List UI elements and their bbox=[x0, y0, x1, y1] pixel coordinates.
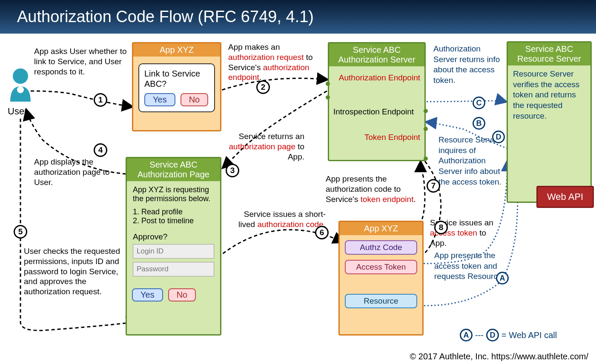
resource-pill: Resource bbox=[345, 294, 417, 308]
authorization-endpoint-label: Authorization Endpoint bbox=[329, 71, 424, 84]
res-server-body: Resource Server verifies the access toke… bbox=[508, 65, 590, 125]
svg-point-0 bbox=[13, 68, 28, 84]
page-title: Authorization Code Flow (RFC 6749, 4.1) bbox=[0, 0, 596, 34]
step-5: 5 bbox=[14, 225, 27, 239]
permission-2: Post to timeline bbox=[141, 216, 214, 225]
resource-server-box: Service ABC Resource Server Resource Ser… bbox=[507, 41, 592, 203]
authorization-page-box: Service ABC Authorization Page App XYZ i… bbox=[126, 157, 221, 336]
legend-d: D bbox=[486, 329, 499, 341]
approve-yes-button[interactable]: Yes bbox=[132, 288, 163, 301]
note-5: User checks the requested permissions, i… bbox=[24, 246, 126, 297]
legend: A --- D = Web API call bbox=[460, 329, 557, 341]
web-api-label: Web API bbox=[536, 186, 594, 208]
app-xyz-box-1: App XYZ Link to Service ABC? Yes No bbox=[132, 42, 221, 131]
note-c: Authorization Server returns info about … bbox=[433, 44, 501, 86]
svg-point-1 bbox=[17, 86, 24, 93]
auth-server-title: Service ABC Authorization Server bbox=[329, 43, 424, 66]
step-7: 7 bbox=[427, 179, 440, 193]
token-endpoint-label: Token Endpoint bbox=[329, 131, 424, 144]
introspection-endpoint-label: Introspection Endpoint bbox=[329, 105, 424, 118]
link-panel: Link to Service ABC? Yes No bbox=[138, 63, 215, 112]
note-2: App makes an authorization request to Se… bbox=[228, 42, 322, 82]
note-6: Service issues a short-lived authorizati… bbox=[236, 209, 326, 230]
step-c: C bbox=[473, 97, 485, 109]
authorization-server-box: Service ABC Authorization Server Authori… bbox=[328, 42, 426, 161]
note-3: Service returns an authorization page to… bbox=[228, 131, 304, 162]
user-icon bbox=[8, 68, 33, 103]
app-xyz-2-title: App XYZ bbox=[340, 222, 422, 235]
app-xyz-1-title: App XYZ bbox=[133, 43, 220, 57]
step-8: 8 bbox=[434, 221, 448, 234]
app-xyz-box-2: App XYZ Authz Code Access Token Resource bbox=[338, 221, 424, 336]
step-d: D bbox=[492, 131, 505, 143]
auth-page-intro: App XYZ is requesting the permissions be… bbox=[133, 185, 214, 203]
step-2: 2 bbox=[256, 80, 270, 94]
authz-code-pill: Authz Code bbox=[345, 240, 417, 255]
link-no-button[interactable]: No bbox=[181, 93, 209, 106]
approve-label: Approve? bbox=[133, 232, 214, 242]
legend-text: = Web API call bbox=[501, 330, 557, 340]
step-a: A bbox=[496, 272, 509, 284]
note-7: App presents the authorization code to S… bbox=[326, 174, 424, 204]
diagram-canvas: User App XYZ Link to Service ABC? Yes No… bbox=[0, 34, 596, 360]
user-label: User bbox=[8, 106, 27, 117]
login-id-input[interactable] bbox=[133, 244, 214, 259]
web-api-callout: Web API bbox=[536, 186, 594, 208]
password-input[interactable] bbox=[133, 262, 214, 276]
approve-no-button[interactable]: No bbox=[168, 288, 196, 301]
footer-copyright: © 2017 Authlete, Inc. https://www.authle… bbox=[410, 352, 588, 361]
permission-1: Read profile bbox=[141, 208, 214, 216]
link-yes-button[interactable]: Yes bbox=[144, 93, 175, 106]
legend-a: A bbox=[460, 329, 473, 341]
step-4: 4 bbox=[94, 143, 107, 157]
res-server-title: Service ABC Resource Server bbox=[508, 43, 590, 65]
access-token-pill: Access Token bbox=[345, 260, 417, 274]
step-b: B bbox=[473, 117, 485, 130]
note-4: App displays the authorization page to U… bbox=[34, 157, 119, 187]
note-1: App asks User whether to link to Service… bbox=[34, 46, 128, 77]
step-3: 3 bbox=[226, 164, 239, 177]
auth-page-title: Service ABC Authorization Page bbox=[127, 158, 220, 181]
step-1: 1 bbox=[94, 93, 107, 107]
step-6: 6 bbox=[315, 226, 329, 239]
link-question: Link to Service ABC? bbox=[144, 68, 209, 89]
